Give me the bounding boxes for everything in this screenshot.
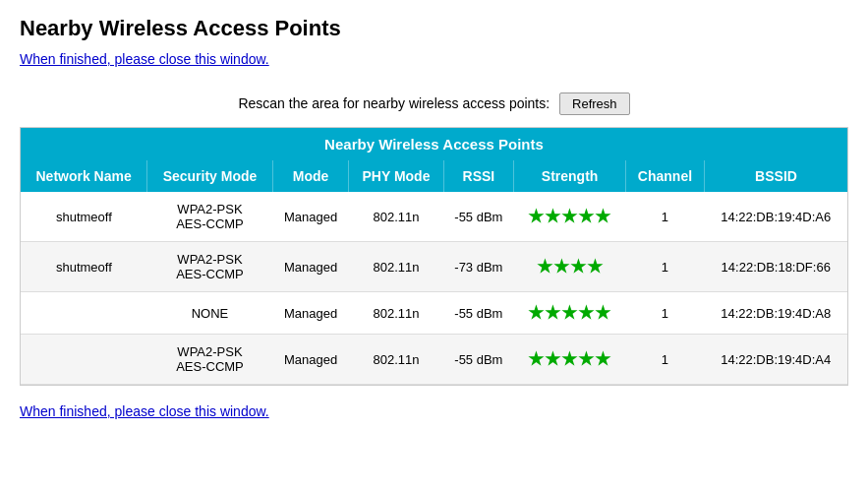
- table-header-row: Network Name Security Mode Mode PHY Mode…: [21, 160, 847, 192]
- col-security-mode: Security Mode: [147, 160, 272, 192]
- cell-security-mode: NONE: [147, 292, 272, 335]
- col-rssi: RSSI: [443, 160, 514, 192]
- cell-network-name: shutmeoff: [21, 242, 147, 292]
- cell-security-mode: WPA2-PSKAES-CCMP: [147, 242, 272, 292]
- cell-channel: 1: [625, 192, 704, 242]
- close-window-link-bottom[interactable]: When finished, please close this window.: [20, 403, 269, 419]
- cell-strength: ★★★★★: [514, 192, 626, 242]
- refresh-button[interactable]: Refresh: [559, 92, 630, 115]
- col-network-name: Network Name: [21, 160, 147, 192]
- cell-strength: ★★★★★: [514, 292, 626, 335]
- cell-channel: 1: [625, 335, 704, 385]
- table-row: NONEManaged802.11n-55 dBm★★★★★114:22:DB:…: [21, 292, 847, 335]
- strength-stars: ★★★★: [537, 257, 604, 277]
- cell-security-mode: WPA2-PSKAES-CCMP: [147, 192, 272, 242]
- col-mode: Mode: [272, 160, 349, 192]
- cell-strength: ★★★★: [514, 242, 626, 292]
- cell-rssi: -55 dBm: [443, 292, 514, 335]
- cell-mode: Managed: [272, 335, 349, 385]
- cell-strength: ★★★★★: [514, 335, 626, 385]
- table-row: shutmeoffWPA2-PSKAES-CCMPManaged802.11n-…: [21, 192, 847, 242]
- cell-phy-mode: 802.11n: [349, 192, 443, 242]
- cell-bssid: 14:22:DB:19:4D:A4: [704, 335, 847, 385]
- cell-network-name: [21, 335, 147, 385]
- rescan-label: Rescan the area for nearby wireless acce…: [238, 95, 550, 111]
- cell-channel: 1: [625, 242, 704, 292]
- cell-bssid: 14:22:DB:19:4D:A8: [704, 292, 847, 335]
- cell-rssi: -55 dBm: [443, 335, 514, 385]
- strength-stars: ★★★★★: [528, 349, 611, 369]
- cell-bssid: 14:22:DB:19:4D:A6: [704, 192, 847, 242]
- access-points-table: Network Name Security Mode Mode PHY Mode…: [21, 160, 847, 385]
- col-bssid: BSSID: [704, 160, 847, 192]
- access-points-table-wrapper: Nearby Wireless Access Points Network Na…: [20, 127, 848, 386]
- cell-mode: Managed: [272, 292, 349, 335]
- bottom-link-row: When finished, please close this window.: [20, 403, 848, 437]
- table-title: Nearby Wireless Access Points: [21, 128, 847, 160]
- col-phy-mode: PHY Mode: [349, 160, 443, 192]
- cell-bssid: 14:22:DB:18:DF:66: [704, 242, 847, 292]
- cell-phy-mode: 802.11n: [349, 242, 443, 292]
- cell-phy-mode: 802.11n: [349, 292, 443, 335]
- strength-stars: ★★★★★: [528, 207, 611, 226]
- page-title: Nearby Wireless Access Points: [20, 16, 848, 41]
- cell-mode: Managed: [272, 242, 349, 292]
- close-window-link-top[interactable]: When finished, please close this window.: [20, 51, 269, 67]
- cell-rssi: -55 dBm: [443, 192, 514, 242]
- cell-channel: 1: [625, 292, 704, 335]
- rescan-row: Rescan the area for nearby wireless acce…: [20, 85, 848, 123]
- table-row: shutmeoffWPA2-PSKAES-CCMPManaged802.11n-…: [21, 242, 847, 292]
- col-channel: Channel: [625, 160, 704, 192]
- cell-security-mode: WPA2-PSKAES-CCMP: [147, 335, 272, 385]
- cell-rssi: -73 dBm: [443, 242, 514, 292]
- cell-phy-mode: 802.11n: [349, 335, 443, 385]
- cell-network-name: shutmeoff: [21, 192, 147, 242]
- strength-stars: ★★★★★: [528, 303, 611, 323]
- cell-network-name: [21, 292, 147, 335]
- table-row: WPA2-PSKAES-CCMPManaged802.11n-55 dBm★★★…: [21, 335, 847, 385]
- col-strength: Strength: [514, 160, 626, 192]
- cell-mode: Managed: [272, 192, 349, 242]
